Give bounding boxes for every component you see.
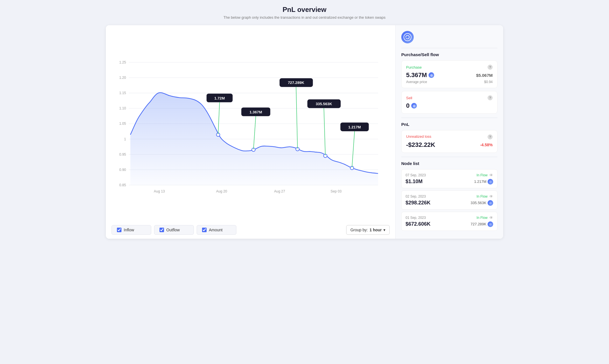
svg-text:Aug 27: Aug 27 — [274, 189, 285, 193]
svg-text:1.20: 1.20 — [119, 76, 126, 80]
node-token: 727.289K ◎ — [471, 221, 493, 227]
sell-help-icon[interactable]: ? — [488, 95, 493, 100]
node-list-title: Node list — [401, 161, 497, 166]
sell-value-row: 0 ◎ — [406, 102, 493, 109]
svg-text:1.05: 1.05 — [119, 122, 126, 126]
node-item-header: 07 Sep, 2023 In Flow 👁 — [406, 173, 493, 177]
amount-checkbox[interactable]: Amount — [197, 225, 236, 235]
svg-text:1: 1 — [124, 137, 126, 141]
svg-text:727.289K: 727.289K — [288, 81, 304, 85]
eye-icon[interactable]: 👁 — [489, 215, 493, 220]
svg-text:1.10: 1.10 — [119, 106, 126, 110]
pnl-divider — [401, 118, 497, 118]
purchase-usd-value: $5.067M — [476, 73, 493, 78]
svg-text:1.72M: 1.72M — [214, 96, 225, 100]
outflow-check-input[interactable] — [159, 228, 164, 232]
node-item: 07 Sep, 2023 In Flow 👁 $1.10M 1.217M ◎ — [401, 169, 497, 188]
pnl-title: PnL — [401, 122, 497, 127]
svg-text:Aug 20: Aug 20 — [216, 189, 227, 193]
page-subtitle: The below graph only includes the transa… — [224, 15, 386, 20]
eye-icon[interactable]: 👁 — [489, 173, 493, 177]
node-value-row: $298.226K 335.563K ◎ — [406, 200, 493, 206]
purchase-value-row: 5.367M ◎ $5.067M — [406, 71, 493, 79]
pnl-section: PnL Unrealized loss ? -$232.22K -4.58% — [401, 122, 497, 153]
node-flow-label: In Flow — [476, 173, 488, 177]
node-item-header: 01 Sep, 2023 In Flow 👁 — [406, 215, 493, 220]
chart-section: 1.25 1.20 1.15 1.10 1.05 1 0.95 0.90 0.8… — [106, 25, 395, 239]
svg-text:1.217M: 1.217M — [348, 125, 361, 129]
avg-price-value: $0.94 — [484, 80, 493, 84]
svg-text:0.95: 0.95 — [119, 153, 126, 156]
node-item: 02 Sep, 2023 In Flow 👁 $298.226K 335.563… — [401, 191, 497, 209]
node-usd: $298.226K — [406, 200, 430, 206]
svg-text:335.563K: 335.563K — [316, 102, 332, 106]
node-flow-label: In Flow — [476, 194, 488, 198]
avg-price-label: Average price — [406, 80, 427, 84]
group-by-prefix: Group by: — [350, 228, 368, 232]
pnl-value-row: -$232.22K -4.58% — [406, 141, 493, 149]
node-flow-label: In Flow — [476, 216, 488, 220]
node-date: 07 Sep, 2023 — [406, 173, 426, 177]
eye-icon[interactable]: 👁 — [489, 194, 493, 199]
node-usd: $672.606K — [406, 221, 430, 227]
node-token-icon: ◎ — [488, 221, 493, 227]
inflow-check-input[interactable] — [117, 228, 121, 232]
node-token: 1.217M ◎ — [474, 179, 493, 185]
outflow-checkbox[interactable]: Outflow — [154, 225, 194, 235]
pnl-main-value: -$232.22K — [406, 141, 435, 149]
avg-price-row: Average price $0.94 — [406, 80, 493, 84]
token-logo — [401, 31, 414, 43]
node-date: 01 Sep, 2023 — [406, 216, 426, 220]
amount-check-input[interactable] — [202, 228, 207, 232]
purchase-card: Purchase ? 5.367M ◎ $5.067M Average pric… — [401, 60, 497, 88]
inflow-checkbox[interactable]: Inflow — [112, 225, 151, 235]
right-panel: Purchase/Sell flow Purchase ? 5.367M ◎ $… — [395, 25, 503, 239]
sell-token-icon: ◎ — [411, 103, 417, 109]
node-item-header: 02 Sep, 2023 In Flow 👁 — [406, 194, 493, 199]
sell-label-row: Sell ? — [406, 95, 493, 100]
node-usd: $1.10M — [406, 179, 423, 185]
node-token-icon: ◎ — [488, 179, 493, 185]
svg-text:1.25: 1.25 — [119, 60, 126, 64]
top-divider — [401, 48, 497, 48]
pnl-help-icon[interactable]: ? — [488, 134, 493, 139]
node-token-icon: ◎ — [488, 200, 493, 206]
purchase-label: Purchase — [406, 65, 422, 69]
svg-text:0.90: 0.90 — [119, 168, 126, 172]
node-item: 01 Sep, 2023 In Flow 👁 $672.606K 727.289… — [401, 212, 497, 231]
node-list-section: Node list 07 Sep, 2023 In Flow 👁 $1.10M … — [401, 161, 497, 231]
sell-card: Sell ? 0 ◎ — [401, 91, 497, 114]
svg-text:0.85: 0.85 — [119, 183, 126, 187]
unrealized-label: Unrealized loss — [406, 134, 431, 139]
node-divider — [401, 157, 497, 157]
sell-label: Sell — [406, 96, 412, 100]
group-by-selector[interactable]: Group by: 1 hour ▾ — [346, 225, 390, 235]
outflow-label: Outflow — [166, 228, 180, 232]
node-value-row: $672.606K 727.289K ◎ — [406, 221, 493, 227]
svg-point-43 — [404, 33, 411, 41]
amount-label: Amount — [209, 228, 222, 232]
chevron-down-icon: ▾ — [383, 228, 385, 232]
page-title: PnL overview — [283, 6, 326, 14]
svg-text:1.367M: 1.367M — [249, 110, 262, 114]
svg-text:Aug 13: Aug 13 — [154, 189, 165, 193]
purchase-token-icon: ◎ — [429, 72, 434, 78]
purchase-help-icon[interactable]: ? — [488, 65, 493, 70]
purchase-label-row: Purchase ? — [406, 65, 493, 70]
inflow-label: Inflow — [124, 228, 134, 232]
chart-controls: Inflow Outflow Amount Group by: 1 hour ▾ — [112, 221, 390, 239]
purchase-sell-title: Purchase/Sell flow — [401, 52, 497, 57]
node-date: 02 Sep, 2023 — [406, 194, 426, 198]
pnl-label-row: Unrealized loss ? — [406, 134, 493, 139]
pnl-percent: -4.58% — [480, 143, 493, 147]
chart-svg: 1.25 1.20 1.15 1.10 1.05 1 0.95 0.90 0.8… — [112, 31, 390, 221]
sell-main-value: 0 ◎ — [406, 102, 417, 109]
node-list-container: 07 Sep, 2023 In Flow 👁 $1.10M 1.217M ◎ 0… — [401, 169, 497, 231]
node-value-row: $1.10M 1.217M ◎ — [406, 179, 493, 185]
node-token: 335.563K ◎ — [471, 200, 493, 206]
svg-text:Sep 03: Sep 03 — [331, 189, 342, 193]
svg-text:1.15: 1.15 — [119, 91, 126, 95]
main-layout: 1.25 1.20 1.15 1.10 1.05 1 0.95 0.90 0.8… — [106, 25, 503, 239]
pnl-card: Unrealized loss ? -$232.22K -4.58% — [401, 130, 497, 153]
group-by-value: 1 hour — [369, 228, 382, 232]
